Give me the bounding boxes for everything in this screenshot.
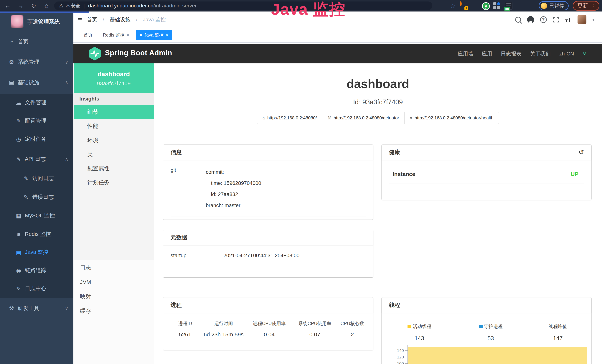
sba-nav-wall[interactable]: 应用墙	[458, 50, 473, 57]
security-warning-icon[interactable]: ⚠	[59, 3, 64, 9]
process-cpu-value: 0.04	[244, 331, 294, 338]
browser-update-button[interactable]: 更新 ⋮	[573, 1, 599, 11]
health-status-badge: UP	[571, 171, 579, 177]
sidebar-item-label: 链路追踪	[25, 267, 46, 274]
breadcrumb-item-infrastructure[interactable]: 基础设施	[109, 16, 130, 23]
sidebar-item-system-mgmt[interactable]: ⚙ 系统管理 ∨	[0, 56, 74, 69]
sidebar-collapse-icon[interactable]: ≡	[78, 16, 82, 24]
sidebar-item-mysql-monitor[interactable]: ▦ MySQL 监控	[0, 209, 74, 222]
tab-java-monitor[interactable]: Java 监控 ×	[136, 30, 172, 40]
history-icon[interactable]: ↺	[579, 148, 584, 156]
extension-pin-icon[interactable]	[471, 2, 478, 9]
wrench-icon: ⚒	[327, 115, 332, 120]
sidebar-item-config-mgmt[interactable]: ✎ 配置管理	[0, 114, 74, 127]
extension-y-icon[interactable]: y	[482, 2, 489, 9]
github-icon[interactable]	[527, 16, 534, 23]
log-edit-icon: ✎	[22, 175, 30, 182]
app-title: 芋道管理系统	[27, 18, 60, 26]
sidebar-item-tracing[interactable]: ◉ 链路追踪	[0, 264, 74, 277]
health-url-label: http://192.168.0.2:48080/actuator/health	[415, 115, 494, 120]
instance-title: dashboard	[154, 77, 602, 91]
user-avatar[interactable]	[578, 15, 586, 24]
close-icon[interactable]: ×	[166, 32, 168, 38]
threads-card: 线程 活动线程 143 守护进程 53	[382, 298, 591, 364]
sba-brand-title[interactable]: Spring Boot Admin	[105, 49, 172, 57]
menu-item-environment[interactable]: 环境	[74, 133, 154, 147]
address-bar[interactable]: ⚠ 不安全 | dashboard.yudao.iocoder.cn/infra…	[54, 1, 432, 10]
sba-instance-sidebar: dashboard 93a3fc7f7409 Insights 细节 性能 环境…	[74, 64, 154, 364]
process-col-header: 进程CPU使用率	[244, 321, 294, 327]
menu-item-loggers[interactable]: 日志	[74, 260, 154, 275]
language-caret-icon[interactable]: ∨	[582, 51, 586, 57]
actuator-url-button[interactable]: ⚒ http://192.168.0.2:48080/actuator	[322, 112, 405, 124]
sidebar-item-scheduled-jobs[interactable]: ◷ 定时任务	[0, 133, 74, 146]
service-url-button[interactable]: ⌂ http://192.168.0.2:48080/	[257, 112, 322, 124]
extension-grid-icon[interactable]	[493, 2, 501, 10]
search-icon[interactable]	[515, 17, 521, 23]
menu-item-scheduled-tasks[interactable]: 计划任务	[74, 175, 154, 190]
extension-switch-icon[interactable]: on	[505, 2, 512, 10]
spring-boot-admin-logo[interactable]	[89, 47, 101, 60]
sidebar-item-label: 首页	[18, 38, 29, 45]
menu-item-caches[interactable]: 缓存	[74, 304, 154, 318]
menu-item-mappings[interactable]: 映射	[74, 289, 154, 304]
info-card: 信息 git commit: time: 1596289704000 id: 2…	[163, 145, 373, 220]
sidebar-item-home[interactable]: ◔ 首页	[0, 35, 74, 48]
sidebar-item-redis-monitor[interactable]: ≋ Redis 监控	[0, 228, 74, 241]
sba-language-select[interactable]: zh-CN	[559, 51, 574, 57]
browser-reload-icon[interactable]: ↻	[27, 2, 40, 10]
sidebar-item-log-center[interactable]: ✎ 日志中心	[0, 282, 74, 295]
sidebar-item-api-log[interactable]: ✎ API 日志 ∧	[0, 153, 74, 166]
breadcrumb-item-home[interactable]: 首页	[87, 16, 97, 23]
browser-menu-icon[interactable]: ⋮	[591, 3, 596, 9]
sidebar-item-label: 文件管理	[25, 99, 46, 106]
process-col-header: 运行时间	[203, 321, 244, 327]
live-threads-swatch	[408, 325, 411, 328]
legend-peak-threads: 线程峰值	[548, 323, 567, 330]
menu-item-metrics[interactable]: 性能	[74, 119, 154, 133]
extensions-puzzle-icon[interactable]	[528, 2, 535, 9]
sba-nav-about[interactable]: 关于我们	[530, 50, 551, 57]
menu-item-details[interactable]: 细节	[74, 105, 154, 119]
browser-home-icon[interactable]: ⌂	[40, 2, 53, 9]
menu-item-configprops[interactable]: 配置属性	[74, 161, 154, 175]
legend-daemon-threads[interactable]: 守护进程	[479, 323, 503, 330]
instance-header[interactable]: dashboard 93a3fc7f7409	[74, 64, 154, 93]
cloud-upload-icon: ☁	[14, 99, 23, 106]
sidebar-item-error-log[interactable]: ✎ 错误日志	[0, 191, 74, 203]
bookmark-star-icon[interactable]: ☆	[450, 2, 456, 10]
sidebar-item-file-mgmt[interactable]: ☁ 文件管理	[0, 96, 74, 109]
metadata-key-startup: startup	[171, 252, 223, 258]
info-key-git: git	[171, 167, 206, 211]
profile-paused-badge[interactable]: 已暂停	[539, 1, 569, 11]
font-size-icon[interactable]: TT	[565, 16, 572, 23]
screenshot-root: ← → ↻ ⌂ ⚠ 不安全 | dashboard.yudao.iocoder.…	[0, 0, 602, 364]
sidebar-item-label: Java 监控	[25, 248, 48, 256]
sidebar-item-infrastructure[interactable]: ▣ 基础设施 ∧	[0, 76, 74, 89]
user-menu-caret-icon[interactable]: ▾	[592, 17, 595, 22]
browser-back-icon[interactable]: ←	[1, 2, 14, 9]
update-label: 更新	[577, 2, 588, 10]
extension-colorzilla-icon[interactable]: 1	[460, 2, 467, 9]
health-instance-key[interactable]: Instance	[393, 171, 415, 177]
tab-label: 首页	[84, 32, 93, 38]
help-icon[interactable]: ?	[540, 16, 547, 23]
fullscreen-icon[interactable]	[553, 16, 559, 23]
sba-nav-journal[interactable]: 日志报表	[501, 50, 522, 57]
health-url-button[interactable]: ♥ http://192.168.0.2:48080/actuator/heal…	[404, 112, 499, 124]
tab-home[interactable]: 首页	[80, 30, 97, 40]
sba-nav-applications[interactable]: 应用	[482, 50, 492, 57]
sidebar-item-dev-tools[interactable]: ⚒ 研发工具 ∨	[0, 302, 74, 315]
browser-forward-icon[interactable]: →	[14, 2, 27, 9]
menu-item-jvm[interactable]: JVM	[74, 275, 154, 289]
extension-leaf-icon[interactable]	[516, 2, 524, 9]
sidebar-item-label: API 日志	[25, 155, 46, 163]
process-col-header: CPU核心数	[335, 321, 369, 327]
menu-item-classes[interactable]: 类	[74, 147, 154, 161]
close-icon[interactable]: ×	[127, 32, 129, 38]
legend-live-threads[interactable]: 活动线程	[408, 323, 431, 330]
sidebar-item-java-monitor[interactable]: ▣ Java 监控	[0, 246, 74, 259]
sidebar-item-access-log[interactable]: ✎ 访问日志	[0, 172, 74, 185]
tab-redis-monitor[interactable]: Redis 监控 ×	[99, 30, 133, 40]
cpu-cores-value: 2	[335, 331, 369, 338]
